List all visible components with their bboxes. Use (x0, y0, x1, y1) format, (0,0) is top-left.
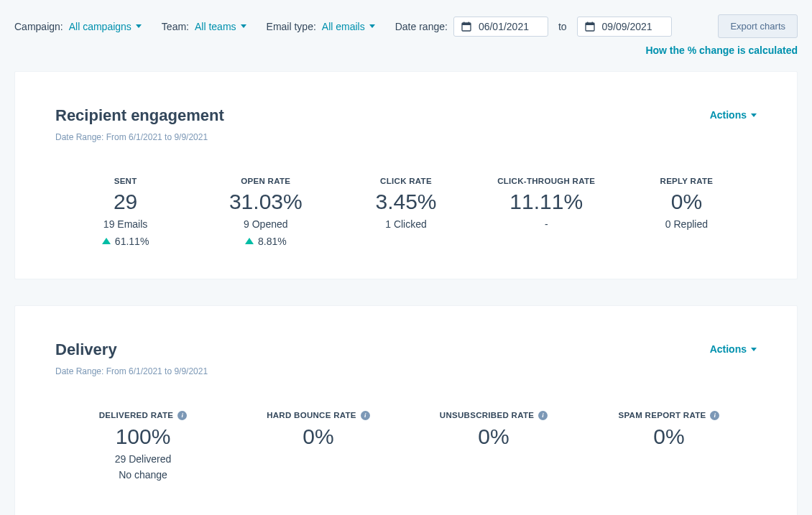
how-change-calculated-link[interactable]: How the % change is calculated (645, 45, 798, 56)
stat-sub: 1 Clicked (336, 218, 476, 230)
stat-open-rate: OPEN RATE 31.03% 9 Opened 8.81% (195, 174, 336, 247)
stat-label: REPLY RATE (660, 177, 714, 185)
export-charts-button[interactable]: Export charts (718, 14, 798, 38)
daterange-label: Date range: (395, 21, 448, 32)
stat-ctr: CLICK-THROUGH RATE 11.11% - (476, 174, 617, 247)
date-to-label: to (558, 21, 567, 32)
chevron-down-icon (241, 24, 246, 28)
stat-sub: - (476, 218, 617, 230)
stat-value: 3.45% (336, 190, 476, 214)
stat-value: 0% (617, 190, 757, 214)
info-icon[interactable]: i (361, 411, 370, 420)
stat-sub: 9 Opened (195, 218, 336, 230)
info-icon[interactable]: i (177, 411, 187, 420)
stat-change-value: 8.81% (258, 236, 287, 247)
svg-rect-1 (462, 23, 471, 25)
actions-label: Actions (710, 109, 747, 121)
stat-label: CLICK RATE (380, 177, 432, 185)
campaign-value: All campaigns (69, 21, 132, 32)
stat-sub: 29 Delivered (55, 453, 231, 465)
stat-label: CLICK-THROUGH RATE (497, 177, 595, 185)
team-value: All teams (195, 21, 236, 32)
stat-value: 29 (55, 190, 195, 214)
stat-value: 0% (581, 424, 757, 449)
help-link-row: How the % change is calculated (14, 44, 798, 57)
svg-rect-5 (586, 23, 594, 25)
engagement-card: Recipient engagement Date Range: From 6/… (14, 71, 798, 279)
stat-label: DELIVERED RATE i (99, 411, 188, 420)
stat-label-text: HARD BOUNCE RATE (267, 411, 356, 419)
stat-label: SENT (114, 177, 137, 185)
svg-rect-6 (587, 22, 589, 24)
filters-bar: Campaign: All campaigns Team: All teams … (14, 14, 798, 38)
campaign-label: Campaign: (14, 21, 63, 32)
date-from-input[interactable]: 06/01/2021 (453, 17, 548, 37)
arrow-up-icon (245, 238, 254, 244)
engagement-stats-row: SENT 29 19 Emails 61.11% OPEN RATE 31.03… (55, 174, 757, 247)
stat-change: 8.81% (245, 236, 287, 247)
stat-value: 31.03% (195, 190, 336, 214)
emailtype-dropdown[interactable]: All emails (322, 21, 375, 32)
stat-label-text: SPAM REPORT RATE (619, 411, 706, 419)
svg-rect-3 (468, 22, 469, 24)
stat-sub: 19 Emails (55, 218, 195, 230)
stat-click-rate: CLICK RATE 3.45% 1 Clicked (336, 174, 476, 247)
stat-change-text: No change (55, 469, 231, 481)
date-to-value: 09/09/2021 (602, 21, 652, 32)
stat-spam-report-rate: SPAM REPORT RATE i 0% (581, 408, 757, 485)
stat-label: SPAM REPORT RATE i (619, 411, 720, 420)
chevron-down-icon (136, 24, 142, 28)
campaign-dropdown[interactable]: All campaigns (69, 21, 142, 32)
engagement-title: Recipient engagement (55, 106, 224, 125)
team-label: Team: (162, 21, 189, 32)
stat-label: UNSUBSCRIBED RATE i (440, 411, 548, 420)
stat-label: OPEN RATE (241, 177, 290, 185)
engagement-actions-dropdown[interactable]: Actions (710, 109, 757, 121)
stat-value: 0% (231, 424, 406, 449)
stat-sent: SENT 29 19 Emails 61.11% (55, 174, 195, 247)
stat-delivered-rate: DELIVERED RATE i 100% 29 Delivered No ch… (55, 408, 231, 485)
stat-label: HARD BOUNCE RATE i (267, 411, 370, 420)
stat-sub: 0 Replied (617, 218, 757, 230)
delivery-card: Delivery Date Range: From 6/1/2021 to 9/… (14, 305, 798, 515)
delivery-title: Delivery (55, 340, 208, 359)
stat-hard-bounce-rate: HARD BOUNCE RATE i 0% (231, 408, 406, 485)
team-dropdown[interactable]: All teams (195, 21, 246, 32)
arrow-up-icon (102, 238, 111, 244)
stat-label-text: DELIVERED RATE (99, 411, 174, 419)
svg-rect-7 (591, 22, 593, 24)
engagement-subtitle: Date Range: From 6/1/2021 to 9/9/2021 (55, 132, 224, 142)
date-to-input[interactable]: 09/09/2021 (577, 17, 672, 37)
actions-label: Actions (710, 343, 747, 355)
stat-reply-rate: REPLY RATE 0% 0 Replied (617, 174, 757, 247)
chevron-down-icon (369, 24, 375, 28)
stat-change: 61.11% (102, 236, 149, 247)
chevron-down-icon (751, 348, 757, 351)
delivery-actions-dropdown[interactable]: Actions (710, 343, 757, 355)
emailtype-value: All emails (322, 21, 365, 32)
stat-change-value: 61.11% (115, 236, 149, 247)
delivery-stats-row: DELIVERED RATE i 100% 29 Delivered No ch… (55, 408, 757, 485)
stat-value: 100% (55, 424, 231, 449)
stat-unsubscribed-rate: UNSUBSCRIBED RATE i 0% (406, 408, 581, 485)
info-icon[interactable]: i (710, 411, 719, 420)
chevron-down-icon (751, 113, 757, 117)
stat-label-text: UNSUBSCRIBED RATE (440, 411, 534, 419)
stat-value: 11.11% (476, 190, 617, 214)
stat-value: 0% (406, 424, 581, 449)
calendar-icon (461, 22, 471, 32)
svg-rect-2 (463, 22, 465, 24)
calendar-icon (585, 22, 595, 32)
info-icon[interactable]: i (538, 411, 548, 420)
delivery-subtitle: Date Range: From 6/1/2021 to 9/9/2021 (55, 366, 208, 376)
date-from-value: 06/01/2021 (479, 21, 529, 32)
emailtype-label: Email type: (267, 21, 316, 32)
